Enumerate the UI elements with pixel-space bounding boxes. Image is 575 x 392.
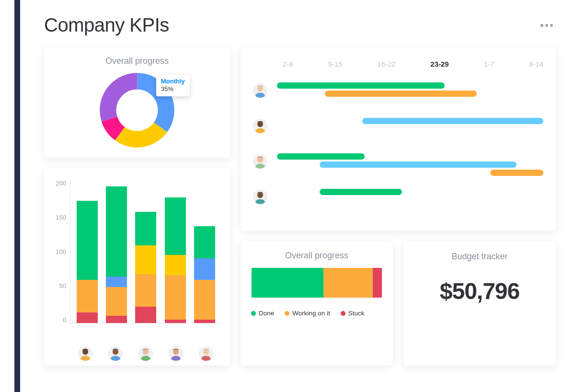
- gantt-card: 2-89-1516-2223-291-78-14: [241, 47, 556, 231]
- budget-title: Budget tracker: [415, 252, 544, 262]
- legend-label: Working on it: [292, 310, 330, 317]
- bar-segment: [194, 280, 215, 320]
- svg-point-9: [203, 349, 209, 355]
- gantt-bar[interactable]: [490, 170, 543, 176]
- budget-value: $50,796: [415, 278, 544, 304]
- page-title: Company KPIs: [44, 14, 169, 36]
- bar-segment: [135, 274, 156, 307]
- gantt-date-col[interactable]: 1-7: [483, 60, 494, 68]
- y-tick: 50: [59, 282, 66, 289]
- svg-point-17: [257, 192, 263, 198]
- legend-item: Stuck: [341, 310, 365, 317]
- bar-segment: [77, 280, 98, 312]
- legend-item: Done: [251, 310, 274, 317]
- bar-column[interactable]: [194, 226, 215, 323]
- donut-hole: [121, 94, 154, 127]
- bar-column[interactable]: [165, 197, 186, 323]
- more-menu-button[interactable]: [538, 21, 556, 30]
- gantt-lane: [277, 118, 543, 139]
- bar-segment: [194, 258, 215, 280]
- gantt-lane: [277, 153, 543, 174]
- gantt-bar[interactable]: [320, 189, 402, 195]
- donut-tooltip-value: 35%: [161, 85, 185, 93]
- bar-segment: [106, 287, 127, 316]
- bar-segment: [194, 226, 215, 259]
- svg-point-3: [113, 349, 118, 355]
- avatar[interactable]: [199, 346, 213, 361]
- legend-dot-icon: [251, 311, 256, 316]
- gantt-lane: [277, 82, 543, 104]
- bar-segment: [106, 186, 127, 277]
- donut-card: Overall progress Monthly 35%: [44, 47, 230, 158]
- budget-card: Budget tracker $50,796: [403, 241, 556, 366]
- bar-column[interactable]: [77, 201, 98, 323]
- y-tick: 0: [63, 316, 66, 323]
- more-dot-icon: [550, 24, 553, 27]
- bar-segment: [77, 201, 98, 280]
- gantt-bar[interactable]: [320, 161, 517, 168]
- progress-legend: DoneWorking on itStuck: [251, 310, 382, 317]
- svg-point-1: [82, 349, 88, 355]
- gantt-row: [253, 82, 543, 104]
- svg-point-7: [173, 349, 179, 355]
- legend-item: Working on it: [285, 310, 330, 317]
- avatar[interactable]: [78, 346, 92, 361]
- donut-chart[interactable]: Monthly 35%: [99, 72, 175, 149]
- avatar[interactable]: [253, 83, 267, 98]
- gantt-bar[interactable]: [362, 118, 543, 124]
- svg-point-5: [143, 349, 149, 355]
- bar-segment: [106, 316, 127, 323]
- svg-point-11: [257, 86, 263, 92]
- gantt-date-col[interactable]: 23-29: [430, 60, 448, 68]
- bar-column[interactable]: [106, 186, 127, 323]
- y-tick: 150: [56, 214, 66, 221]
- avatar[interactable]: [138, 346, 153, 361]
- gantt-bar[interactable]: [277, 153, 365, 160]
- gantt-row: [253, 118, 543, 139]
- gantt-date-col[interactable]: 9-15: [328, 60, 342, 68]
- bar-segment: [135, 212, 156, 246]
- stacked-bars-area[interactable]: [70, 180, 221, 323]
- gantt-rows: [253, 82, 543, 210]
- svg-point-15: [257, 157, 263, 162]
- left-rail: [14, 0, 20, 392]
- bar-segment: [165, 255, 186, 275]
- gantt-row: [253, 153, 543, 174]
- stacked-avatars-row: [70, 346, 221, 361]
- bar-segment: [165, 320, 186, 323]
- progress-segment: [373, 268, 382, 298]
- avatar[interactable]: [108, 346, 123, 361]
- avatar[interactable]: [253, 190, 267, 204]
- avatar[interactable]: [253, 119, 267, 133]
- gantt-date-col[interactable]: 2-8: [283, 60, 293, 68]
- gantt-bar[interactable]: [325, 91, 477, 97]
- progress-card: Overall progress DoneWorking on itStuck: [241, 241, 393, 366]
- bar-segment: [165, 275, 186, 320]
- progress-segment: [323, 268, 373, 298]
- donut-tooltip-label: Monthly: [161, 78, 185, 85]
- bar-segment: [106, 277, 127, 288]
- stacked-bar-card: 200150100500: [44, 168, 230, 366]
- bar-segment: [135, 245, 156, 274]
- bar-segment: [165, 197, 186, 255]
- legend-dot-icon: [341, 311, 345, 316]
- donut-title: Overall progress: [44, 56, 230, 66]
- bar-segment: [77, 312, 98, 323]
- more-dot-icon: [545, 24, 548, 27]
- bar-segment: [194, 320, 215, 323]
- progress-title: Overall progress: [251, 251, 382, 261]
- avatar[interactable]: [169, 346, 183, 361]
- svg-point-13: [257, 121, 263, 127]
- gantt-date-col[interactable]: 8-14: [529, 60, 543, 68]
- gantt-row: [253, 189, 543, 210]
- gantt-bar[interactable]: [277, 82, 445, 89]
- progress-bar[interactable]: [251, 267, 382, 298]
- more-dot-icon: [540, 24, 543, 27]
- bar-column[interactable]: [135, 212, 156, 323]
- gantt-date-col[interactable]: 16-22: [377, 60, 395, 68]
- y-tick: 100: [56, 248, 66, 255]
- bar-segment: [135, 307, 156, 323]
- stacked-y-axis: 200150100500: [50, 180, 70, 323]
- y-tick: 200: [56, 180, 66, 187]
- avatar[interactable]: [253, 154, 267, 169]
